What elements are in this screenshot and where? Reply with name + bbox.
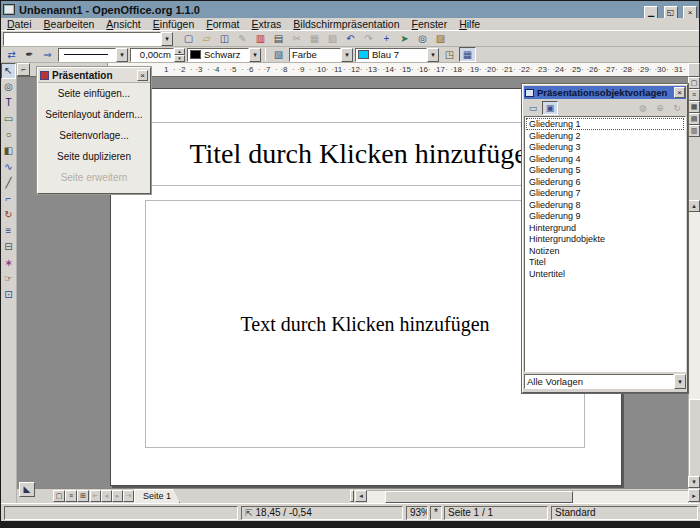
drawing-mode-icon[interactable]: ▢ [53, 490, 65, 502]
fill-type-dropdown-icon[interactable]: ▾ [341, 48, 353, 62]
export-pdf-icon[interactable]: ▥ [252, 31, 269, 46]
fill-format-mode-icon[interactable]: ◍ [635, 101, 651, 115]
scroll-up-icon[interactable]: ▴ [688, 200, 700, 212]
redo-icon[interactable]: ↷ [360, 31, 377, 46]
style-list-item[interactable]: Gliederung 7 [526, 187, 684, 199]
menu-item[interactable]: Bearbeiten [38, 18, 101, 31]
slides-view-icon[interactable]: ▦ [688, 101, 700, 113]
last-page-icon[interactable]: ⇥ [123, 490, 134, 502]
menu-item[interactable]: Fenster [406, 18, 454, 31]
ellipse-tool-icon[interactable]: ○ [1, 127, 16, 143]
palette-command[interactable]: Seitenlayout ändern... [38, 104, 150, 125]
spin-down-icon[interactable]: ▾ [174, 55, 185, 62]
line-width-field[interactable]: 0,00cm ▴ ▾ [130, 48, 185, 62]
restore-button[interactable]: ◱ [664, 6, 678, 19]
navigator-icon[interactable]: + [378, 31, 395, 46]
style-list-item[interactable]: Gliederung 4 [526, 153, 684, 165]
style-list-item[interactable]: Gliederung 5 [526, 164, 684, 176]
outline-view-icon[interactable]: ≡ [688, 89, 700, 101]
palette-command[interactable]: Seitenvorlage... [38, 125, 150, 146]
style-filter-combo[interactable]: Alle Vorlagen ▾ [524, 374, 686, 389]
menu-item[interactable]: Einfügen [147, 18, 200, 31]
horizontal-scroll-thumb[interactable] [385, 491, 573, 503]
line-color-value[interactable]: Schwarz [187, 48, 249, 62]
page-tab[interactable]: Seite 1 [134, 489, 180, 503]
url-combo[interactable]: ▾ [3, 32, 173, 46]
interaction-tool-icon[interactable]: ☞ [1, 271, 16, 287]
line-width-value[interactable]: 0,00cm [130, 48, 174, 62]
style-filter-dropdown-icon[interactable]: ▾ [674, 374, 686, 389]
menu-item[interactable]: Datei [1, 18, 38, 31]
menu-item[interactable]: Extras [246, 18, 288, 31]
tab-splitter[interactable] [350, 490, 354, 502]
url-dropdown-icon[interactable]: ▾ [161, 32, 173, 46]
body-placeholder[interactable]: Text durch Klicken hinzufügen [145, 200, 585, 448]
minimize-button[interactable]: ▁ [644, 6, 658, 19]
area-dialog-icon[interactable]: ▨ [270, 47, 287, 62]
style-list-item[interactable]: Untertitel [526, 268, 684, 280]
save-document-icon[interactable]: ◫ [216, 31, 233, 46]
palette-command[interactable]: Seite duplizieren [38, 146, 150, 167]
slide-mode-icon[interactable]: ⊞ [77, 490, 89, 502]
horizontal-scroll-track[interactable] [367, 490, 688, 503]
arrow-style-icon[interactable]: ⇒ [39, 47, 56, 62]
style-list-item[interactable]: Gliederung 1 [526, 118, 684, 130]
3d-objects-tool-icon[interactable]: ◧ [1, 143, 16, 159]
line-color-dropdown-icon[interactable]: ▾ [249, 48, 261, 62]
menu-item[interactable]: Bildschirmpräsentation [287, 18, 405, 31]
gallery-icon[interactable]: ▨ [432, 31, 449, 46]
palette-close-icon[interactable]: × [137, 70, 148, 81]
title-placeholder[interactable]: Titel durch Klicken hinzufügen [145, 122, 585, 186]
first-page-icon[interactable]: ⇤ [90, 490, 101, 502]
menu-item[interactable]: Hilfe [453, 18, 486, 31]
stylist-titlebar[interactable]: Präsentationsobjektvorlagen × [524, 86, 686, 99]
edit-file-icon[interactable]: ✎ [234, 31, 251, 46]
copy-icon[interactable]: ▦ [306, 31, 323, 46]
arrange-tool-icon[interactable]: ⊟ [1, 239, 16, 255]
alignment-tool-icon[interactable]: ≡ [1, 223, 16, 239]
presentation-palette-titlebar[interactable]: Präsentation × [38, 68, 150, 83]
print-file-icon[interactable]: ▤ [270, 31, 287, 46]
show-draw-functions-icon[interactable]: ◎ [414, 31, 431, 46]
presentation-styles-icon[interactable]: ▣ [542, 101, 558, 115]
style-list-item[interactable]: Gliederung 6 [526, 176, 684, 188]
line-width-spinner[interactable]: ▴ ▾ [174, 48, 185, 62]
paste-icon[interactable]: ▧ [324, 31, 341, 46]
style-list-item[interactable]: Gliederung 3 [526, 141, 684, 153]
style-list-item[interactable]: Gliederung 2 [526, 130, 684, 142]
zoom-tool-icon[interactable]: ◎ [1, 79, 16, 95]
style-list-item[interactable]: Hintergrundobjekte [526, 233, 684, 245]
line-color-combo[interactable]: Schwarz ▾ [187, 48, 261, 62]
new-document-icon[interactable]: ▢ [180, 31, 197, 46]
presentation-screen-icon[interactable]: ⊡ [1, 287, 16, 303]
edit-points-icon[interactable]: ⇄ [3, 47, 20, 62]
effects-tool-icon[interactable]: ∗ [1, 255, 16, 271]
close-button[interactable]: × [683, 6, 697, 19]
menu-item[interactable]: Format [200, 18, 245, 31]
shadow-icon[interactable]: ◳ [441, 47, 458, 62]
hyperlink-icon[interactable]: ➤ [396, 31, 413, 46]
text-tool-icon[interactable]: T [1, 95, 16, 111]
line-style-combo[interactable]: ▾ [58, 48, 128, 62]
line-dialog-icon[interactable]: ✒ [21, 47, 38, 62]
style-list-item[interactable]: Notizen [526, 245, 684, 257]
fill-color-combo[interactable]: Blau 7 ▾ [355, 48, 439, 62]
scrollbar-corner-button[interactable] [688, 63, 700, 77]
open-document-icon[interactable]: ▱ [198, 31, 215, 46]
update-style-icon[interactable]: ↻ [669, 101, 685, 115]
fill-color-dropdown-icon[interactable]: ▾ [427, 48, 439, 62]
graphic-styles-icon[interactable]: ▭ [525, 101, 541, 115]
style-list-item[interactable]: Gliederung 9 [526, 210, 684, 222]
presentation-styles-toggle-icon[interactable]: ▦ [459, 47, 476, 62]
handout-view-icon[interactable]: ▥ [688, 125, 700, 137]
url-field[interactable] [3, 32, 161, 46]
new-style-from-selection-icon[interactable]: ⊕ [652, 101, 668, 115]
hscroll-right-icon[interactable]: ▸ [688, 489, 700, 502]
tab-stop-selector[interactable]: ⌐ [17, 63, 30, 76]
rectangle-tool-icon[interactable]: ▭ [1, 111, 16, 127]
drawing-view-icon[interactable]: ▢ [688, 77, 700, 89]
cut-icon[interactable]: ✂ [288, 31, 305, 46]
fill-color-value[interactable]: Blau 7 [355, 48, 427, 62]
spin-up-icon[interactable]: ▴ [174, 48, 185, 55]
style-list-item[interactable]: Gliederung 8 [526, 199, 684, 211]
